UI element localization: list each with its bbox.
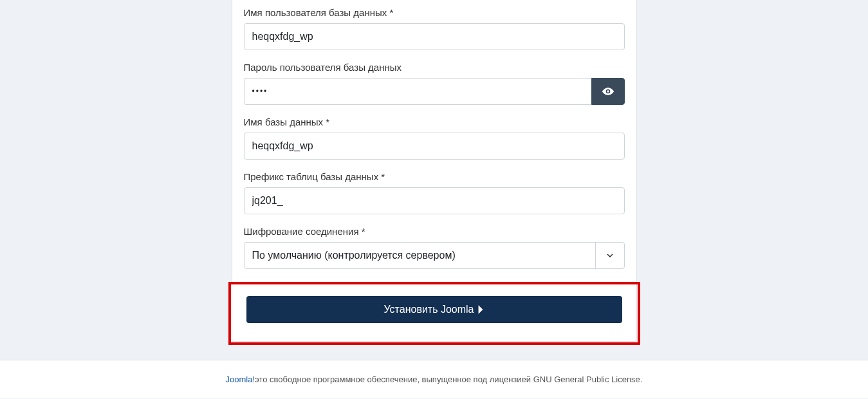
joomla-link[interactable]: Joomla! bbox=[226, 375, 255, 384]
db-user-label: Имя пользователя базы данных * bbox=[244, 7, 625, 18]
db-encryption-group: Шифрование соединения * По умолчанию (ко… bbox=[244, 226, 625, 269]
db-prefix-label: Префикс таблиц базы данных * bbox=[244, 171, 625, 182]
db-name-group: Имя базы данных * bbox=[244, 116, 625, 160]
page-footer: Joomla!это свободное программное обеспеч… bbox=[0, 360, 868, 398]
db-password-group: Пароль пользователя базы данных bbox=[244, 62, 625, 105]
db-password-input[interactable] bbox=[244, 78, 591, 105]
db-password-label: Пароль пользователя базы данных bbox=[244, 62, 625, 73]
toggle-password-button[interactable] bbox=[591, 78, 625, 105]
install-button-label: Установить Joomla bbox=[384, 304, 474, 315]
db-prefix-input[interactable] bbox=[244, 187, 625, 214]
eye-icon bbox=[602, 85, 614, 98]
install-button[interactable]: Установить Joomla bbox=[246, 296, 622, 323]
db-name-label: Имя базы данных * bbox=[244, 116, 625, 127]
install-form-card: Имя пользователя базы данных * Пароль по… bbox=[232, 0, 637, 342]
db-user-input[interactable] bbox=[244, 23, 625, 50]
db-prefix-group: Префикс таблиц базы данных * bbox=[244, 171, 625, 214]
db-user-group: Имя пользователя базы данных * bbox=[244, 7, 625, 50]
db-name-input[interactable] bbox=[244, 133, 625, 160]
db-encryption-selected: По умолчанию (контролируется сервером) bbox=[244, 242, 625, 269]
chevron-right-icon bbox=[477, 304, 485, 315]
db-encryption-label: Шифрование соединения * bbox=[244, 226, 625, 237]
install-highlight: Установить Joomla bbox=[228, 282, 640, 345]
db-encryption-select[interactable]: По умолчанию (контролируется сервером) bbox=[244, 242, 625, 269]
footer-text: это свободное программное обеспечение, в… bbox=[255, 375, 642, 384]
